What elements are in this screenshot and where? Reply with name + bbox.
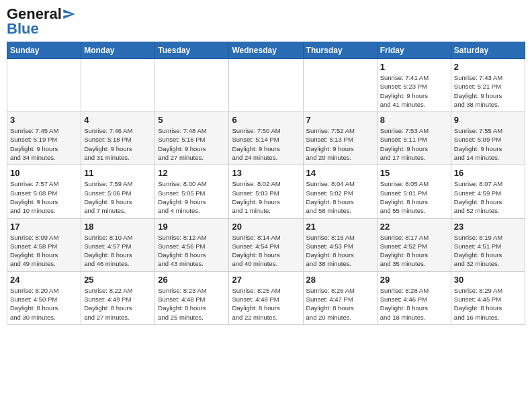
calendar-cell: 6Sunrise: 7:50 AM Sunset: 5:14 PM Daylig… (229, 112, 303, 165)
day-number: 14 (306, 168, 374, 178)
calendar-cell: 11Sunrise: 7:59 AM Sunset: 5:06 PM Dayli… (81, 165, 155, 218)
day-number: 17 (10, 222, 78, 232)
day-number: 19 (158, 222, 226, 232)
calendar-cell: 2Sunrise: 7:43 AM Sunset: 5:21 PM Daylig… (451, 59, 525, 112)
day-number: 25 (84, 275, 152, 285)
day-number: 3 (10, 115, 78, 125)
calendar-cell: 18Sunrise: 8:10 AM Sunset: 4:57 PM Dayli… (81, 218, 155, 271)
svg-marker-0 (63, 9, 75, 19)
day-number: 8 (380, 115, 448, 125)
day-info: Sunrise: 7:52 AM Sunset: 5:13 PM Dayligh… (306, 126, 374, 162)
calendar-cell: 12Sunrise: 8:00 AM Sunset: 5:05 PM Dayli… (155, 165, 229, 218)
calendar-cell (229, 59, 303, 112)
calendar-cell: 25Sunrise: 8:22 AM Sunset: 4:49 PM Dayli… (81, 271, 155, 324)
calendar-header-row: SundayMondayTuesdayWednesdayThursdayFrid… (7, 42, 525, 59)
day-number: 30 (454, 275, 522, 285)
day-info: Sunrise: 8:28 AM Sunset: 4:46 PM Dayligh… (380, 286, 448, 322)
calendar-table: SundayMondayTuesdayWednesdayThursdayFrid… (7, 42, 525, 325)
day-header-saturday: Saturday (451, 42, 525, 59)
day-info: Sunrise: 8:19 AM Sunset: 4:51 PM Dayligh… (454, 233, 522, 269)
calendar-cell: 8Sunrise: 7:53 AM Sunset: 5:11 PM Daylig… (377, 112, 451, 165)
calendar-cell: 24Sunrise: 8:20 AM Sunset: 4:50 PM Dayli… (7, 271, 81, 324)
day-number: 9 (454, 115, 522, 125)
day-number: 29 (380, 275, 448, 285)
day-info: Sunrise: 8:00 AM Sunset: 5:05 PM Dayligh… (158, 179, 226, 215)
day-header-thursday: Thursday (303, 42, 377, 59)
day-info: Sunrise: 8:05 AM Sunset: 5:01 PM Dayligh… (380, 179, 448, 215)
day-info: Sunrise: 8:10 AM Sunset: 4:57 PM Dayligh… (84, 233, 152, 269)
day-number: 10 (10, 168, 78, 178)
day-number: 7 (306, 115, 374, 125)
calendar-week-row: 1Sunrise: 7:41 AM Sunset: 5:23 PM Daylig… (7, 59, 525, 112)
logo-general: General (7, 7, 62, 21)
day-number: 28 (306, 275, 374, 285)
calendar-week-row: 10Sunrise: 7:57 AM Sunset: 5:08 PM Dayli… (7, 165, 525, 218)
day-info: Sunrise: 7:59 AM Sunset: 5:06 PM Dayligh… (84, 179, 152, 215)
calendar-cell: 23Sunrise: 8:19 AM Sunset: 4:51 PM Dayli… (451, 218, 525, 271)
calendar-cell: 27Sunrise: 8:25 AM Sunset: 4:48 PM Dayli… (229, 271, 303, 324)
calendar-cell: 14Sunrise: 8:04 AM Sunset: 5:02 PM Dayli… (303, 165, 377, 218)
day-info: Sunrise: 8:23 AM Sunset: 4:48 PM Dayligh… (158, 286, 226, 322)
page-header: General Blue (7, 7, 525, 36)
calendar-cell: 20Sunrise: 8:14 AM Sunset: 4:54 PM Dayli… (229, 218, 303, 271)
calendar-cell: 3Sunrise: 7:45 AM Sunset: 5:19 PM Daylig… (7, 112, 81, 165)
calendar-cell: 5Sunrise: 7:48 AM Sunset: 5:16 PM Daylig… (155, 112, 229, 165)
day-info: Sunrise: 8:12 AM Sunset: 4:56 PM Dayligh… (158, 233, 226, 269)
calendar-cell (81, 59, 155, 112)
day-header-tuesday: Tuesday (155, 42, 229, 59)
calendar-cell: 16Sunrise: 8:07 AM Sunset: 4:59 PM Dayli… (451, 165, 525, 218)
day-info: Sunrise: 7:55 AM Sunset: 5:09 PM Dayligh… (454, 126, 522, 162)
calendar-cell: 19Sunrise: 8:12 AM Sunset: 4:56 PM Dayli… (155, 218, 229, 271)
day-info: Sunrise: 7:53 AM Sunset: 5:11 PM Dayligh… (380, 126, 448, 162)
calendar-cell (155, 59, 229, 112)
day-info: Sunrise: 8:20 AM Sunset: 4:50 PM Dayligh… (10, 286, 78, 322)
day-number: 1 (380, 62, 448, 72)
day-number: 2 (454, 62, 522, 72)
day-number: 26 (158, 275, 226, 285)
calendar-cell: 29Sunrise: 8:28 AM Sunset: 4:46 PM Dayli… (377, 271, 451, 324)
calendar-cell: 1Sunrise: 7:41 AM Sunset: 5:23 PM Daylig… (377, 59, 451, 112)
day-number: 13 (232, 168, 300, 178)
logo: General Blue (7, 7, 75, 36)
day-number: 6 (232, 115, 300, 125)
calendar-week-row: 24Sunrise: 8:20 AM Sunset: 4:50 PM Dayli… (7, 271, 525, 324)
day-info: Sunrise: 7:57 AM Sunset: 5:08 PM Dayligh… (10, 179, 78, 215)
day-info: Sunrise: 8:02 AM Sunset: 5:03 PM Dayligh… (232, 179, 300, 215)
day-info: Sunrise: 8:04 AM Sunset: 5:02 PM Dayligh… (306, 179, 374, 215)
calendar-cell: 4Sunrise: 7:46 AM Sunset: 5:18 PM Daylig… (81, 112, 155, 165)
day-info: Sunrise: 7:45 AM Sunset: 5:19 PM Dayligh… (10, 126, 78, 162)
day-info: Sunrise: 8:07 AM Sunset: 4:59 PM Dayligh… (454, 179, 522, 215)
day-info: Sunrise: 7:41 AM Sunset: 5:23 PM Dayligh… (380, 73, 448, 109)
day-number: 22 (380, 222, 448, 232)
day-info: Sunrise: 8:22 AM Sunset: 4:49 PM Dayligh… (84, 286, 152, 322)
day-header-sunday: Sunday (7, 42, 81, 59)
day-header-friday: Friday (377, 42, 451, 59)
day-info: Sunrise: 8:14 AM Sunset: 4:54 PM Dayligh… (232, 233, 300, 269)
day-info: Sunrise: 8:25 AM Sunset: 4:48 PM Dayligh… (232, 286, 300, 322)
calendar-cell (303, 59, 377, 112)
day-number: 4 (84, 115, 152, 125)
calendar-cell: 30Sunrise: 8:29 AM Sunset: 4:45 PM Dayli… (451, 271, 525, 324)
day-info: Sunrise: 7:48 AM Sunset: 5:16 PM Dayligh… (158, 126, 226, 162)
calendar-cell: 9Sunrise: 7:55 AM Sunset: 5:09 PM Daylig… (451, 112, 525, 165)
day-number: 27 (232, 275, 300, 285)
day-number: 23 (454, 222, 522, 232)
calendar-cell: 17Sunrise: 8:09 AM Sunset: 4:58 PM Dayli… (7, 218, 81, 271)
day-info: Sunrise: 7:46 AM Sunset: 5:18 PM Dayligh… (84, 126, 152, 162)
day-number: 5 (158, 115, 226, 125)
day-number: 20 (232, 222, 300, 232)
calendar-week-row: 17Sunrise: 8:09 AM Sunset: 4:58 PM Dayli… (7, 218, 525, 271)
day-info: Sunrise: 8:29 AM Sunset: 4:45 PM Dayligh… (454, 286, 522, 322)
calendar-cell: 26Sunrise: 8:23 AM Sunset: 4:48 PM Dayli… (155, 271, 229, 324)
day-number: 24 (10, 275, 78, 285)
day-number: 18 (84, 222, 152, 232)
day-number: 15 (380, 168, 448, 178)
calendar-week-row: 3Sunrise: 7:45 AM Sunset: 5:19 PM Daylig… (7, 112, 525, 165)
day-info: Sunrise: 7:43 AM Sunset: 5:21 PM Dayligh… (454, 73, 522, 109)
calendar-cell: 28Sunrise: 8:26 AM Sunset: 4:47 PM Dayli… (303, 271, 377, 324)
calendar-cell: 15Sunrise: 8:05 AM Sunset: 5:01 PM Dayli… (377, 165, 451, 218)
day-info: Sunrise: 7:50 AM Sunset: 5:14 PM Dayligh… (232, 126, 300, 162)
calendar-cell: 7Sunrise: 7:52 AM Sunset: 5:13 PM Daylig… (303, 112, 377, 165)
day-info: Sunrise: 8:15 AM Sunset: 4:53 PM Dayligh… (306, 233, 374, 269)
day-info: Sunrise: 8:17 AM Sunset: 4:52 PM Dayligh… (380, 233, 448, 269)
